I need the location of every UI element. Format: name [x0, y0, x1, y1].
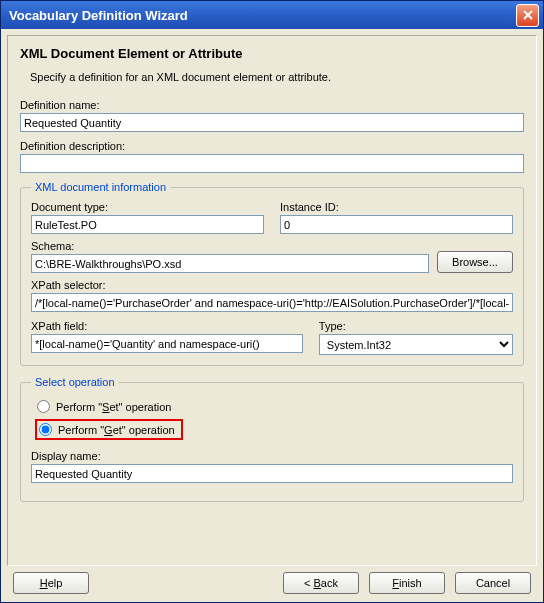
display-name-label: Display name: [31, 450, 513, 462]
definition-name-block: Definition name: [20, 99, 524, 132]
definition-desc-input[interactable] [20, 154, 524, 173]
get-operation-label: Perform "Get" operation [58, 424, 175, 436]
xpath-selector-input[interactable] [31, 293, 513, 312]
select-operation-group: Select operation Perform "Set" operation… [20, 376, 524, 502]
get-operation-radio[interactable] [39, 423, 52, 436]
type-select[interactable]: System.Int32 [319, 334, 513, 355]
instance-id-label: Instance ID: [280, 201, 513, 213]
page-title: XML Document Element or Attribute [20, 46, 524, 61]
content-area: XML Document Element or Attribute Specif… [1, 29, 543, 602]
finish-button[interactable]: Finish [369, 572, 445, 594]
definition-desc-label: Definition description: [20, 140, 524, 152]
set-operation-label: Perform "Set" operation [56, 401, 171, 413]
page-intro: Specify a definition for an XML document… [30, 71, 524, 83]
titlebar: Vocabulary Definition Wizard [1, 1, 543, 29]
type-label: Type: [319, 320, 513, 332]
definition-name-input[interactable] [20, 113, 524, 132]
close-icon [523, 10, 533, 20]
display-name-input[interactable] [31, 464, 513, 483]
back-button[interactable]: < Back [283, 572, 359, 594]
dialog-window: Vocabulary Definition Wizard XML Documen… [0, 0, 544, 603]
doc-type-input[interactable] [31, 215, 264, 234]
help-button[interactable]: Help [13, 572, 89, 594]
set-operation-row[interactable]: Perform "Set" operation [37, 400, 513, 413]
get-operation-highlight: Perform "Get" operation [35, 419, 183, 440]
xml-info-legend: XML document information [31, 181, 170, 193]
schema-input[interactable] [31, 254, 429, 273]
xpath-field-input[interactable] [31, 334, 303, 353]
main-pane: XML Document Element or Attribute Specif… [7, 35, 537, 566]
cancel-button[interactable]: Cancel [455, 572, 531, 594]
xpath-field-label: XPath field: [31, 320, 303, 332]
window-title: Vocabulary Definition Wizard [9, 8, 188, 23]
get-operation-row[interactable]: Perform "Get" operation [39, 423, 175, 436]
bottom-button-bar: Help < Back Finish Cancel [7, 566, 537, 596]
set-operation-radio[interactable] [37, 400, 50, 413]
xpath-selector-label: XPath selector: [31, 279, 513, 291]
browse-button[interactable]: Browse... [437, 251, 513, 273]
select-operation-legend: Select operation [31, 376, 119, 388]
close-button[interactable] [516, 4, 539, 27]
instance-id-input[interactable] [280, 215, 513, 234]
xml-info-group: XML document information Document type: … [20, 181, 524, 366]
definition-desc-block: Definition description: [20, 140, 524, 173]
schema-label: Schema: [31, 240, 429, 252]
definition-name-label: Definition name: [20, 99, 524, 111]
doc-type-label: Document type: [31, 201, 264, 213]
